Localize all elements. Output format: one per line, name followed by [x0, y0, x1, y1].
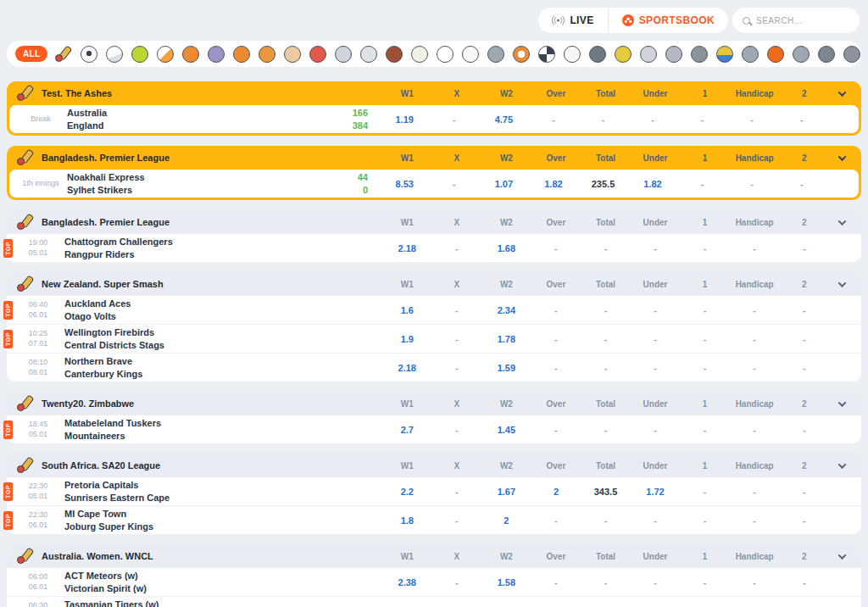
league-title: New Zealand. Super Smash [42, 279, 382, 289]
sport-icon-squash[interactable] [691, 46, 708, 63]
sport-icon-basketball[interactable] [182, 46, 199, 63]
match-row[interactable]: 18:4505.01 Matabeleland Tuskers Mountain… [7, 415, 861, 443]
sport-icon-bowls[interactable] [767, 46, 784, 63]
collapse-chevron[interactable] [829, 554, 854, 560]
match-row[interactable]: 06:3006.01 Tasmanian Tigers (w) Queensla… [7, 596, 861, 607]
sport-icon-water-polo[interactable] [716, 46, 733, 63]
odds-cell-w2[interactable]: 1.78 [481, 334, 531, 344]
sport-icon-rugby[interactable] [665, 46, 682, 63]
sport-icon-alpine-skiing[interactable] [742, 46, 759, 63]
odds-cell-w1[interactable]: 2.18 [382, 243, 432, 253]
collapse-chevron[interactable] [829, 463, 854, 469]
collapse-chevron[interactable] [829, 155, 854, 161]
sport-icon-handball[interactable] [284, 46, 301, 63]
sport-icon-darts[interactable] [462, 46, 479, 63]
column-header: Under [631, 89, 681, 98]
sport-icon-horse-racing[interactable] [843, 46, 860, 63]
team1-name: ACT Meteors (w) [64, 570, 382, 582]
odds-cell-w1[interactable]: 2.7 [382, 425, 432, 435]
odds-cell-w2[interactable]: 2 [481, 515, 531, 526]
league-header[interactable]: Australia. Women. WNCL W1XW2OverTotalUnd… [7, 544, 861, 568]
team2-name: Sunrisers Eastern Cape [64, 492, 382, 504]
odds-cell-w1[interactable]: 1.6 [382, 305, 432, 315]
collapse-chevron[interactable] [829, 281, 854, 287]
odds-cell-w1[interactable]: 1.8 [382, 515, 432, 526]
odds-cell-w2[interactable]: 4.75 [479, 114, 529, 125]
match-status: 08:1008.01 [19, 358, 58, 377]
match-row[interactable]: 06:4006.01 Auckland Aces Otago Volts 1.6… [7, 296, 861, 324]
sport-icon-tennis[interactable] [131, 46, 148, 63]
sport-icon-esports[interactable] [335, 46, 352, 63]
search-input[interactable] [756, 16, 849, 25]
sport-icon-futsal-goal[interactable] [360, 46, 377, 63]
sport-icon-ice-hockey[interactable] [487, 46, 504, 63]
sport-icon-cricket[interactable] [55, 46, 72, 63]
sport-icon-netball[interactable] [259, 46, 275, 63]
top-bar: LIVE SPORTSBOOK [7, 0, 861, 41]
column-header: Total [581, 399, 631, 409]
sport-icon-boxing[interactable] [309, 46, 326, 63]
league-body: 1th innings Noakhali Express Sylhet Stri… [9, 170, 859, 198]
collapse-chevron[interactable] [829, 220, 854, 226]
odds-cell-w1[interactable]: 1.19 [380, 114, 430, 125]
sport-icon-streetball[interactable] [233, 46, 250, 63]
odds-cell-w2[interactable]: 1.59 [481, 363, 531, 373]
odds-cell-under[interactable]: 1.72 [631, 487, 681, 497]
sport-icon-snooker[interactable] [640, 46, 657, 63]
odds-cell-w2[interactable]: 1.07 [479, 179, 529, 189]
sport-filter-all[interactable]: ALL [15, 46, 47, 62]
team2-name: Joburg Super Kings [64, 521, 382, 533]
league-header[interactable]: Twenty20. Zimbabwe W1XW2OverTotalUnder1H… [7, 392, 861, 415]
odds-cell-under[interactable]: 1.82 [628, 179, 678, 189]
sport-icon-cycling[interactable] [564, 46, 581, 63]
match-row[interactable]: 10:2507.01 Wellington Firebirds Central … [7, 324, 861, 353]
odds-cell-over[interactable]: 2 [531, 487, 581, 497]
sport-icon-futsal[interactable] [615, 46, 632, 63]
sport-icon-volleyball[interactable] [106, 46, 123, 63]
match-row[interactable]: 22:3006.01 MI Cape Town Joburg Super Kin… [7, 505, 861, 534]
odds-cell-w1[interactable]: 8.53 [380, 179, 430, 189]
match-row[interactable]: 22:3005.01 Pretoria Capitals Sunrisers E… [7, 477, 861, 505]
team1-name: MI Cape Town [64, 508, 382, 521]
odds-cell-w1[interactable]: 2.18 [382, 363, 432, 373]
sport-icon-football[interactable] [81, 46, 97, 63]
odds-cell-w1[interactable]: 2.2 [382, 487, 432, 497]
collapse-chevron[interactable] [829, 401, 854, 407]
league-header[interactable]: New Zealand. Super Smash W1XW2OverTotalU… [7, 272, 861, 296]
sport-icon-running[interactable] [818, 46, 835, 63]
sport-icon-baseball[interactable] [411, 46, 428, 63]
match-row[interactable]: 1th innings Noakhali Express Sylhet Stri… [9, 170, 859, 198]
sport-icon-badminton[interactable] [208, 46, 225, 63]
match-row[interactable]: 19:0005.01 Chattogram Challengers Rangpu… [7, 234, 861, 262]
league-header[interactable]: Test. The Ashes W1XW2OverTotalUnder1Hand… [9, 81, 859, 105]
odds-cell-w2[interactable]: 2.34 [481, 305, 531, 315]
league-header[interactable]: Bangladesh. Premier League W1XW2OverTota… [9, 146, 859, 170]
league-header[interactable]: South Africa. SA20 League W1XW2OverTotal… [7, 454, 861, 477]
match-row[interactable]: Break Australia England 166 384 1.19-4.7… [9, 105, 859, 133]
odds-cell-w2[interactable]: 1.67 [481, 487, 531, 497]
sportsbook-button[interactable]: SPORTSBOOK [609, 8, 728, 33]
odds-cell-1: - [680, 487, 730, 497]
sport-icon-padel[interactable] [157, 46, 174, 63]
odds-cell-w1[interactable]: 2.38 [382, 577, 432, 588]
sport-icon-golf[interactable] [437, 46, 453, 63]
sport-icon-american-football[interactable] [386, 46, 403, 63]
live-button[interactable]: LIVE [538, 8, 608, 33]
league-header[interactable]: Bangladesh. Premier League W1XW2OverTota… [7, 210, 861, 234]
sport-icon-floorball[interactable] [513, 46, 530, 63]
odds-cell-over: - [531, 363, 581, 373]
odds-cell-w2[interactable]: 1.45 [481, 425, 531, 435]
column-header: X [432, 218, 482, 227]
odds-cell-w2[interactable]: 1.58 [481, 577, 531, 588]
collapse-chevron[interactable] [829, 91, 854, 97]
match-row[interactable]: 08:1008.01 Northern Brave Canterbury Kin… [7, 353, 861, 381]
sport-icon-golf-dark[interactable] [589, 46, 606, 63]
sport-icon-racing[interactable] [538, 46, 555, 63]
odds-cell-over[interactable]: 1.82 [529, 179, 579, 189]
match-row[interactable]: 06:0006.01 ACT Meteors (w) Victorian Spi… [7, 568, 861, 596]
odds-cells: 2.7-1.45------ [382, 425, 829, 435]
sport-icon-ski-jumping[interactable] [793, 46, 810, 63]
odds-cell-w2[interactable]: 1.68 [481, 243, 531, 253]
team1-name: Northern Brave [64, 355, 382, 368]
odds-cell-w1[interactable]: 1.9 [382, 334, 432, 344]
